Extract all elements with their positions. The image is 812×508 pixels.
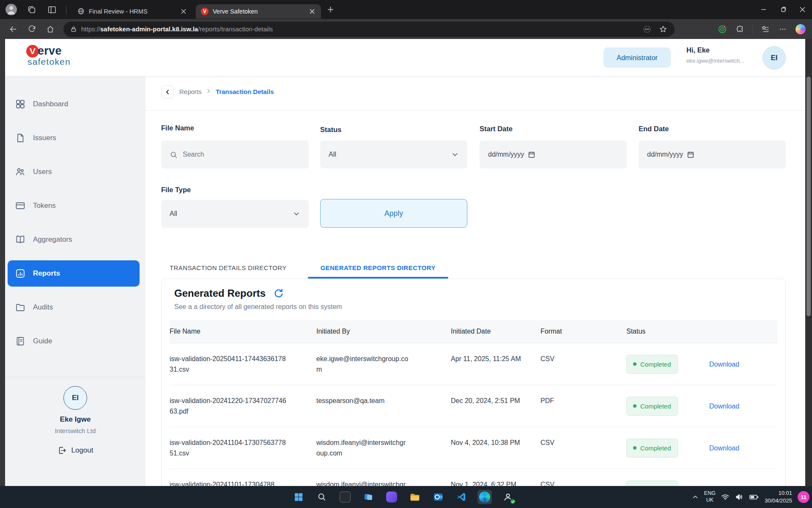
- extensions-puzzle-icon[interactable]: [735, 24, 746, 35]
- breadcrumb-current: Transaction Details: [216, 88, 274, 95]
- teams-presence-icon[interactable]: [501, 490, 515, 504]
- chevron-down-icon: [451, 151, 459, 158]
- table-row: isw-validation-20241101-17304788 wisdom.…: [170, 469, 777, 486]
- table-row: isw-validation-20241104-1730756377851.cs…: [170, 427, 777, 469]
- dashboard-grid-icon: [15, 99, 25, 109]
- settings-more-icon[interactable]: [777, 24, 788, 35]
- taskbar-task-tiles-icon[interactable]: [361, 490, 376, 504]
- cell-format: CSV: [540, 437, 618, 448]
- verve-logo-mark: V: [26, 45, 39, 58]
- sidebar-item-audits[interactable]: Audits: [8, 298, 140, 317]
- page-scrollbar[interactable]: [805, 39, 812, 486]
- cell-initiated-by: tesspearson@qa.team: [316, 395, 409, 406]
- close-window-button[interactable]: [793, 0, 812, 19]
- card-subtitle: See a a directory of all generated repor…: [174, 303, 785, 311]
- taskbar-search-icon[interactable]: [315, 490, 329, 504]
- users-people-icon: [15, 167, 25, 177]
- workspaces-icon[interactable]: [26, 4, 37, 15]
- directory-tabs: TRANSACTION DETAILS DIRECTORY GENERATED …: [157, 257, 448, 279]
- download-link[interactable]: Download: [709, 401, 777, 411]
- refresh-button[interactable]: [25, 23, 38, 36]
- wifi-icon[interactable]: [721, 493, 730, 501]
- maximize-button[interactable]: [773, 0, 793, 19]
- notification-count-badge[interactable]: 11: [798, 491, 809, 503]
- status-select[interactable]: All: [320, 141, 467, 168]
- taskbar-clock[interactable]: 10:01 30/04/2025: [765, 489, 792, 504]
- globe-icon: [77, 8, 85, 15]
- sidebar-user-company: Interswitch Ltd: [5, 427, 145, 434]
- user-greeting: Hi, Eke: [686, 46, 710, 54]
- cell-initiated-date: Dec 20, 2024, 2:51 PM: [451, 395, 524, 406]
- cell-file-name: isw-validation-20241101-17304788: [170, 479, 287, 486]
- audits-folder-icon: [15, 302, 25, 312]
- cell-initiated-date: Nov 1, 2024, 6:32 PM: [451, 479, 524, 486]
- apply-button[interactable]: Apply: [320, 199, 467, 228]
- end-date-field[interactable]: dd/mm/yyyy: [639, 141, 786, 168]
- tab-generated-reports-directory[interactable]: GENERATED REPORTS DIRECTORY: [308, 257, 448, 279]
- back-button[interactable]: [7, 23, 19, 36]
- tab-transaction-details-directory[interactable]: TRANSACTION DETAILS DIRECTORY: [157, 257, 299, 279]
- screen: Final Review - HRMS V Verve Safetoken: [0, 0, 812, 508]
- sidebar-item-label: Guide: [33, 337, 52, 345]
- vertical-tabs-icon[interactable]: [47, 4, 58, 15]
- breadcrumb-back-button[interactable]: [161, 86, 174, 98]
- logout-icon: [58, 446, 67, 455]
- browser-profile-icon[interactable]: [5, 4, 17, 15]
- new-tab-button[interactable]: [324, 4, 336, 16]
- browser-tab-inactive[interactable]: Final Review - HRMS: [72, 4, 192, 19]
- home-button[interactable]: [44, 23, 57, 36]
- download-link[interactable]: Download: [709, 359, 777, 370]
- outlook-icon[interactable]: [431, 490, 445, 504]
- tabstrip-divider: [66, 5, 66, 14]
- tab-close-icon[interactable]: [179, 7, 188, 16]
- user-avatar[interactable]: EI: [763, 46, 786, 69]
- start-button[interactable]: [291, 490, 306, 504]
- administrator-badge[interactable]: Administrator: [604, 47, 671, 68]
- language-indicator[interactable]: ENG UK: [704, 490, 716, 503]
- speaker-icon[interactable]: [735, 493, 743, 501]
- tokens-card-icon: [15, 201, 25, 211]
- download-link[interactable]: Download: [709, 443, 777, 453]
- favorite-star-icon[interactable]: [658, 24, 669, 35]
- collections-icon[interactable]: [760, 24, 771, 35]
- address-bar[interactable]: https://safetoken-admin-portal.k8.isw.la…: [63, 22, 675, 37]
- sidebar-item-guide[interactable]: Guide: [8, 332, 140, 351]
- sidebar-item-users[interactable]: Users: [8, 163, 140, 181]
- guide-book-icon: [15, 336, 25, 346]
- file-type-select[interactable]: All: [161, 200, 309, 228]
- calendar-icon[interactable]: [528, 151, 535, 158]
- breadcrumb-parent[interactable]: Reports: [179, 88, 202, 95]
- sidebar-item-dashboard[interactable]: Dashboard: [8, 95, 140, 113]
- url: https://safetoken-admin-portal.k8.isw.la…: [81, 25, 273, 33]
- taskbar-app-window-icon[interactable]: [338, 490, 352, 504]
- tray-chevron-up-icon[interactable]: [692, 494, 699, 500]
- table-header-row: File Name Initiated By Initiated Date Fo…: [170, 320, 777, 343]
- grammar-extension-icon[interactable]: [717, 24, 728, 35]
- file-name-search-field[interactable]: [161, 141, 309, 168]
- tab-close-icon[interactable]: [307, 7, 317, 16]
- file-explorer-icon[interactable]: [408, 490, 422, 504]
- logout-button[interactable]: Logout: [5, 446, 145, 455]
- calendar-icon[interactable]: [687, 151, 694, 158]
- copilot-icon[interactable]: [795, 24, 806, 35]
- battery-icon[interactable]: [749, 493, 759, 501]
- sidebar-item-label: Tokens: [33, 202, 56, 210]
- browser-tab-active[interactable]: V Verve Safetoken: [196, 4, 321, 19]
- scrollbar-thumb[interactable]: [807, 77, 811, 316]
- sidebar-item-reports[interactable]: Reports: [8, 260, 140, 287]
- minimize-button[interactable]: [754, 0, 773, 19]
- reader-mode-icon[interactable]: [642, 24, 653, 35]
- taskbar-purple-app-icon[interactable]: [384, 490, 399, 504]
- brand-word: erve: [38, 44, 62, 58]
- edge-browser-icon[interactable]: [477, 490, 492, 504]
- app-header: V erve safetoken Administrator Hi, Eke e…: [5, 39, 805, 77]
- sidebar-item-issuers[interactable]: Issuers: [8, 129, 140, 147]
- sidebar-item-aggregators[interactable]: Aggregators: [8, 230, 140, 249]
- start-date-field[interactable]: dd/mm/yyyy: [480, 141, 627, 168]
- refresh-reports-icon[interactable]: [273, 288, 284, 299]
- section-divider: [145, 110, 805, 110]
- sidebar-item-tokens[interactable]: Tokens: [8, 196, 140, 215]
- search-input[interactable]: [183, 151, 300, 158]
- sidebar-item-label: Reports: [33, 269, 60, 278]
- vscode-icon[interactable]: [454, 490, 469, 504]
